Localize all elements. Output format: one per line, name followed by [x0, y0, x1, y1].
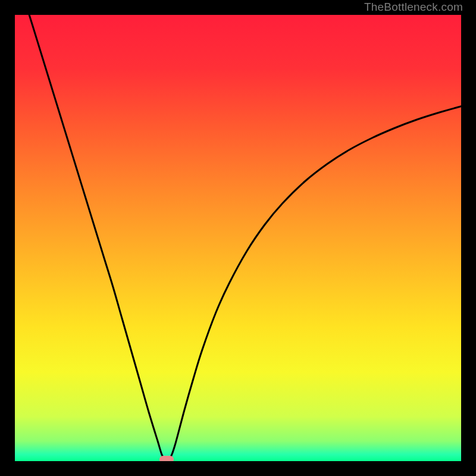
minimum-marker [159, 456, 174, 461]
chart-frame: TheBottleneck.com [0, 0, 476, 476]
plot-area [15, 15, 461, 461]
bottleneck-curve [15, 15, 461, 461]
watermark-text: TheBottleneck.com [364, 1, 463, 14]
